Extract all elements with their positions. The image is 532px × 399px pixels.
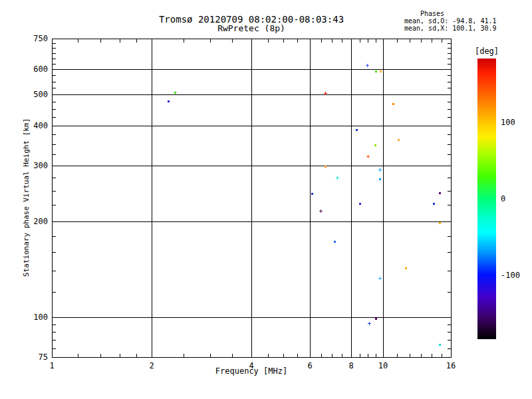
data-point — [375, 318, 377, 320]
gridline-y — [52, 126, 451, 126]
x-tick — [251, 39, 252, 45]
data-point — [439, 344, 441, 346]
y-tick — [445, 94, 451, 95]
y-tick — [448, 271, 451, 271]
y-tick — [53, 59, 56, 59]
data-point — [369, 322, 370, 325]
x-tick — [432, 39, 432, 43]
x-tick — [442, 39, 442, 43]
x-tick — [397, 39, 398, 43]
data-point — [375, 70, 377, 72]
y-tick — [53, 205, 56, 205]
data-point — [367, 64, 368, 67]
y-tick — [448, 292, 451, 293]
y-tick — [448, 109, 451, 110]
y-tick — [53, 48, 56, 49]
x-tick — [368, 354, 368, 357]
y-tick — [448, 88, 451, 88]
y-tick-label: 300 — [19, 161, 48, 170]
gridline-x — [351, 39, 352, 357]
y-tick — [448, 236, 451, 237]
y-tick — [445, 39, 451, 39]
y-tick — [445, 126, 451, 126]
x-tick — [351, 39, 352, 45]
y-tick — [448, 53, 451, 54]
x-tick — [152, 351, 152, 357]
x-tick — [376, 354, 376, 357]
y-tick — [448, 191, 451, 192]
gridline-y — [52, 94, 451, 95]
y-tick — [53, 53, 56, 54]
y-tick — [53, 325, 56, 325]
x-tick — [332, 354, 332, 357]
y-tick — [53, 178, 56, 178]
data-point — [380, 277, 380, 280]
y-tick — [448, 75, 451, 76]
y-tick — [448, 332, 451, 332]
y-tick — [53, 134, 56, 135]
x-tick — [268, 39, 269, 43]
x-tick — [332, 39, 332, 43]
x-tick — [52, 39, 53, 45]
gridline-y — [52, 221, 451, 222]
x-tick — [120, 39, 120, 43]
y-tick — [53, 69, 59, 70]
x-tick — [136, 39, 137, 43]
y-tick — [448, 178, 451, 178]
data-point — [337, 176, 338, 180]
y-tick — [53, 221, 59, 222]
colorbar-tick-label: 100 — [501, 118, 515, 127]
x-tick — [184, 354, 184, 357]
y-tick — [53, 340, 56, 340]
x-tick — [268, 354, 269, 357]
data-point — [321, 209, 321, 213]
y-tick — [53, 166, 59, 166]
y-tick — [53, 94, 59, 95]
y-tick — [448, 325, 451, 325]
x-tick — [184, 39, 184, 43]
x-tick-label: 8 — [348, 361, 353, 370]
y-tick — [445, 357, 451, 358]
gridline-y — [52, 166, 451, 166]
y-tick — [445, 166, 451, 166]
x-tick — [251, 351, 252, 357]
y-tick — [53, 236, 56, 237]
x-tick — [410, 354, 410, 357]
y-tick — [53, 82, 56, 82]
y-tick-label: 400 — [19, 121, 48, 130]
y-tick — [53, 109, 56, 110]
x-tick — [210, 354, 211, 357]
y-tick — [53, 64, 56, 65]
x-tick — [152, 39, 152, 45]
data-point — [392, 103, 394, 105]
x-tick — [342, 39, 342, 43]
y-tick — [448, 43, 451, 44]
data-point — [405, 267, 407, 269]
data-point — [374, 144, 376, 146]
x-tick — [383, 351, 384, 357]
x-tick-label: 16 — [446, 361, 456, 370]
gridline-x — [152, 39, 152, 357]
y-tick-label: 600 — [19, 65, 48, 74]
y-tick — [53, 75, 56, 76]
y-tick — [448, 48, 451, 49]
x-tick — [210, 39, 211, 43]
data-point — [439, 192, 441, 194]
y-tick — [448, 154, 451, 155]
x-tick — [360, 39, 360, 43]
y-tick — [448, 64, 451, 65]
y-tick — [53, 271, 56, 271]
colorbar-tick-label: 0 — [501, 194, 505, 203]
x-tick-label: 1 — [49, 361, 54, 370]
x-tick — [136, 354, 137, 357]
x-tick — [421, 354, 422, 357]
x-tick — [52, 351, 53, 357]
gridline-x — [310, 39, 311, 357]
gridline-y — [52, 69, 451, 70]
x-tick — [432, 354, 432, 357]
data-point — [325, 166, 327, 168]
x-tick — [232, 39, 233, 43]
x-tick — [321, 39, 322, 43]
x-tick — [397, 354, 398, 357]
x-tick — [310, 39, 311, 45]
